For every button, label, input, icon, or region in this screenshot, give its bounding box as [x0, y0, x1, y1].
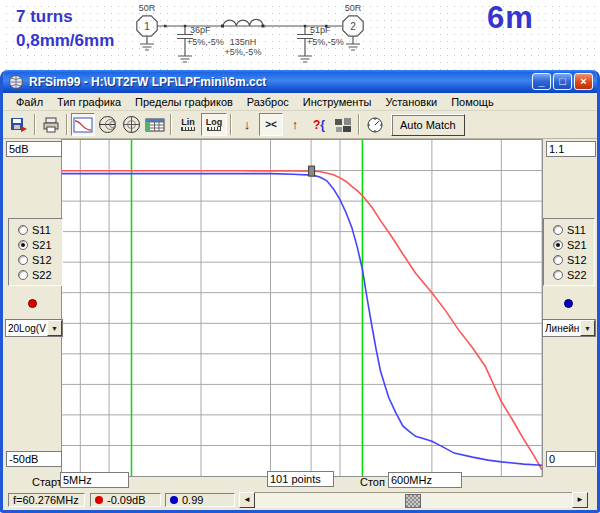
menu-graph-type[interactable]: Тип графика: [50, 95, 128, 109]
radio-icon[interactable]: [553, 255, 563, 265]
s21-chart[interactable]: [62, 140, 542, 476]
menu-bar: Файл Тип графика Пределы графиков Разбро…: [3, 93, 597, 111]
left-scale-max-input[interactable]: 5dB: [6, 141, 62, 157]
smith-chart-button[interactable]: [95, 113, 119, 136]
radio-icon[interactable]: [553, 225, 563, 235]
inductor1-symbol[interactable]: [223, 19, 263, 26]
save-export-button[interactable]: [7, 113, 31, 136]
schematic-area: 7 turns 0,8mm/6mm 6m 50R 1 36pF +5%,-5% …: [0, 0, 600, 70]
right-scale-max-input[interactable]: 1.1: [546, 141, 596, 157]
left-radio-s12[interactable]: S12: [9, 252, 62, 267]
zoom-in-button[interactable]: ↑: [283, 113, 307, 136]
radio-label: S11: [32, 224, 51, 236]
rfsim99-window: RFSim99 - H:\UT2FW LPF\LPFmini\6m.cct _ …: [0, 70, 600, 513]
radio-icon[interactable]: [553, 270, 563, 280]
component-sweep-button[interactable]: [331, 113, 355, 136]
auto-match-button[interactable]: Auto Match: [391, 114, 465, 136]
table-icon: [145, 116, 165, 134]
port2-number: 2: [350, 21, 356, 32]
left-radio-s21[interactable]: S21: [9, 237, 62, 252]
table-view-button[interactable]: [143, 113, 167, 136]
right-scale-min-input[interactable]: 0: [546, 451, 596, 467]
right-format-combo[interactable]: Линейн ▼: [542, 319, 596, 337]
red-marker-value: -0.09dB: [107, 494, 146, 506]
menu-tools[interactable]: Инструменты: [296, 95, 379, 109]
zoom-out-button[interactable]: ↓: [235, 113, 259, 136]
simulate-button[interactable]: [363, 113, 387, 136]
blue-trace-indicator: [564, 299, 573, 308]
points-input[interactable]: 101 points: [267, 471, 334, 487]
log-ruler-icon: [207, 127, 221, 131]
stop-frequency-input[interactable]: 600MHz: [388, 472, 462, 488]
radio-icon[interactable]: [553, 240, 563, 250]
title-bar[interactable]: RFSim99 - H:\UT2FW LPF\LPFmini\6m.cct _ …: [3, 70, 597, 93]
rectangular-graph-icon: [73, 116, 93, 134]
toolbar-separator: [230, 114, 232, 135]
marker-scrollbar[interactable]: ◄ ►: [239, 492, 588, 508]
marker-frequency-value: f=60.276MHz: [13, 494, 79, 506]
maximize-button[interactable]: □: [553, 73, 572, 90]
close-button[interactable]: ×: [574, 73, 593, 90]
radio-label: S11: [567, 224, 586, 236]
menu-settings[interactable]: Установки: [378, 95, 444, 109]
port2-impedance-label: 50R: [345, 3, 362, 13]
polar-chart-button[interactable]: [119, 113, 143, 136]
scrollbar-track[interactable]: [255, 492, 572, 508]
match-cursor-button[interactable]: ><: [259, 113, 283, 136]
menu-graph-limits[interactable]: Пределы графиков: [128, 95, 240, 109]
radio-label: S12: [567, 254, 587, 266]
radio-label: S21: [32, 239, 52, 251]
left-scale-min-input[interactable]: -50dB: [6, 451, 62, 467]
tolerance-analysis-button[interactable]: ?{: [307, 113, 331, 136]
chevron-down-icon[interactable]: ▼: [580, 320, 595, 336]
right-radio-s22[interactable]: S22: [544, 267, 594, 282]
right-radio-s12[interactable]: S12: [544, 252, 594, 267]
scroll-left-arrow[interactable]: ◄: [239, 492, 255, 508]
right-radio-s21[interactable]: S21: [544, 237, 594, 252]
radio-label: S21: [567, 239, 587, 251]
start-frequency-input[interactable]: 5MHz: [60, 472, 129, 488]
menu-file[interactable]: Файл: [9, 95, 50, 109]
menu-tolerance[interactable]: Разброс: [240, 95, 296, 109]
chevron-down-icon[interactable]: ▼: [47, 320, 62, 336]
scroll-right-arrow[interactable]: ►: [572, 492, 588, 508]
node-dot: [221, 25, 224, 28]
left-sparam-group: S11S21S12S22: [8, 218, 63, 286]
s-parameter-plot[interactable]: [61, 139, 543, 477]
brace-icon: {: [320, 118, 325, 132]
radio-icon[interactable]: [18, 270, 28, 280]
marker-frequency-readout: f=60.276MHz: [8, 493, 85, 507]
linear-scale-button[interactable]: Lin: [175, 113, 201, 136]
blue-marker-value: 0.99: [182, 494, 203, 506]
scrollbar-thumb[interactable]: [405, 494, 421, 508]
arrow-down-icon: ↓: [244, 117, 251, 132]
log-scale-button[interactable]: Log: [201, 113, 227, 136]
lin-label: Lin: [181, 118, 195, 126]
radio-label: S22: [32, 269, 52, 281]
capacitor2-value: 51pF: [310, 25, 331, 35]
left-radio-s22[interactable]: S22: [9, 267, 62, 282]
graph-panel: 5dB S11S21S12S22 20Log(V ▼ -50dB 1.1 S11…: [3, 139, 597, 509]
smith-chart-icon: [98, 115, 117, 134]
radio-icon[interactable]: [18, 255, 28, 265]
radio-icon[interactable]: [18, 225, 28, 235]
right-radio-s11[interactable]: S11: [544, 222, 594, 237]
toolbar: Lin Log ↓ >< ↑ ?{: [3, 111, 597, 139]
filter-schematic[interactable]: 50R 1 36pF +5%,-5% 135nH +5%,-5% 51pF +5…: [120, 0, 380, 70]
print-button[interactable]: [39, 113, 63, 136]
rfsim99-screen: 7 turns 0,8mm/6mm 6m 50R 1 36pF +5%,-5% …: [0, 0, 600, 513]
left-format-value: 20Log(V: [6, 323, 47, 334]
toolbar-separator: [34, 114, 36, 135]
port1-ground-icon: [140, 36, 154, 50]
left-radio-s11[interactable]: S11: [9, 222, 62, 237]
radio-icon[interactable]: [18, 240, 28, 250]
red-marker-readout: -0.09dB: [90, 493, 161, 507]
left-format-combo[interactable]: 20Log(V ▼: [5, 319, 63, 337]
menu-help[interactable]: Помощь: [444, 95, 501, 109]
minimize-button[interactable]: _: [532, 73, 551, 90]
rectangular-graph-button[interactable]: [71, 113, 95, 136]
capacitor2-tolerance: +5%,-5%: [307, 37, 344, 47]
dial-icon: [366, 116, 384, 134]
toolbar-separator: [358, 114, 360, 135]
annotation-turns: 7 turns: [16, 7, 73, 27]
